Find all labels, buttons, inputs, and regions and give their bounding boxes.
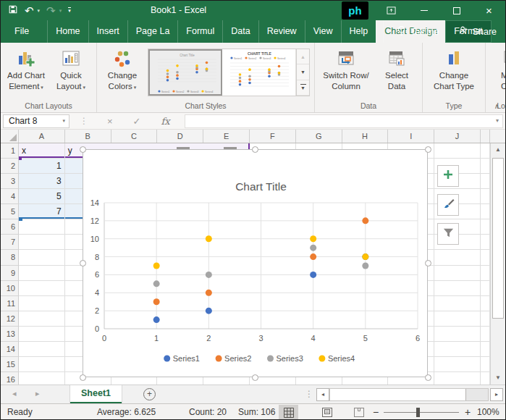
ribbon-tab-review[interactable]: Review — [258, 20, 305, 43]
chart-resize-handle[interactable] — [80, 146, 86, 153]
formula-input[interactable]: ▾ — [185, 114, 503, 128]
maximize-button[interactable] — [440, 1, 473, 20]
expand-formula-bar-icon[interactable]: ▾ — [496, 117, 499, 124]
chart-resize-handle[interactable] — [80, 260, 86, 266]
sheet-tab-sheet1[interactable]: Sheet1 — [69, 385, 122, 404]
cell-a1[interactable]: x — [19, 143, 65, 159]
change-colors-button[interactable]: Change Colors▾ — [100, 45, 145, 92]
data-point-series2[interactable] — [206, 290, 212, 296]
column-header-b[interactable]: B — [65, 130, 111, 143]
gallery-more-icon[interactable]: ▼ — [297, 80, 309, 96]
chart-style-1-thumbnail[interactable]: Chart TitleSeries1Series2Series3Series4 — [148, 49, 222, 96]
zoom-slider-handle[interactable] — [416, 408, 420, 417]
data-point-series1[interactable] — [310, 272, 316, 278]
sheet-nav-right-icon[interactable]: ▸ — [35, 389, 40, 398]
row-header-11[interactable]: 11 — [1, 296, 19, 311]
legend-label-series1[interactable]: Series1 — [173, 354, 200, 363]
chart-styles-button[interactable] — [437, 194, 459, 216]
hscroll-left-icon[interactable]: ◂ — [316, 388, 329, 401]
ribbon-tab-help[interactable]: Help — [341, 20, 376, 43]
cell-j13[interactable] — [434, 327, 481, 342]
column-header-g[interactable]: G — [296, 130, 342, 143]
undo-button[interactable]: ↶ — [25, 5, 34, 16]
column-header-partial[interactable] — [481, 130, 490, 143]
legend-marker-series3[interactable] — [267, 356, 274, 362]
row-header-2[interactable]: 2 — [1, 159, 19, 174]
move-chart-button[interactable]: Move Chart — [489, 45, 506, 92]
chart-resize-handle[interactable] — [80, 374, 86, 381]
data-point-series2[interactable] — [362, 217, 368, 224]
cell-j9[interactable] — [434, 266, 481, 281]
data-point-series4[interactable] — [153, 263, 160, 269]
cell-j1[interactable] — [434, 143, 481, 159]
zoom-in-button[interactable]: + — [465, 404, 471, 420]
cell-a2[interactable]: 1 — [19, 159, 65, 174]
cell-j12[interactable] — [434, 311, 481, 327]
data-point-series4[interactable] — [206, 235, 212, 242]
row-header-15[interactable]: 15 — [1, 357, 19, 372]
row-header-16[interactable]: 16 — [1, 372, 19, 385]
save-icon[interactable] — [8, 4, 18, 17]
chart-resize-handle[interactable] — [425, 260, 431, 266]
cell-j14[interactable] — [434, 342, 481, 357]
tell-me-button[interactable]: Tell me — [383, 20, 439, 43]
legend-label-series2[interactable]: Series2 — [224, 354, 251, 363]
chart-resize-handle[interactable] — [252, 146, 258, 153]
page-layout-view-button[interactable] — [317, 405, 337, 420]
cell-a10[interactable] — [19, 281, 65, 296]
data-point-series4[interactable] — [362, 253, 368, 260]
cell-a6[interactable] — [19, 219, 65, 235]
data-point-series3[interactable] — [153, 280, 160, 287]
column-header-f[interactable]: F — [250, 130, 296, 143]
switch-row-column-button[interactable]: Switch Row/ Column — [318, 45, 374, 92]
name-box[interactable]: Chart 8 ▾ — [3, 114, 69, 128]
row-header-9[interactable]: 9 — [1, 266, 19, 281]
embedded-chart[interactable]: 012345602468101214Chart TitleSeries1Seri… — [83, 149, 428, 377]
legend-label-series3[interactable]: Series3 — [277, 354, 303, 363]
cell-j8[interactable] — [434, 250, 481, 265]
zoom-level[interactable]: 100% — [477, 404, 499, 420]
cell-a13[interactable] — [19, 327, 65, 342]
cell-a5[interactable]: 7 — [19, 204, 65, 219]
vertical-scrollbar-thumb[interactable] — [492, 158, 504, 319]
column-header-d[interactable]: D — [157, 130, 203, 143]
row-header-13[interactable]: 13 — [1, 327, 19, 342]
ribbon-display-options-icon[interactable] — [375, 1, 408, 20]
cell-a15[interactable] — [19, 357, 65, 372]
legend-marker-series2[interactable] — [216, 356, 222, 362]
cell-j16[interactable] — [434, 372, 481, 385]
cell-j11[interactable] — [434, 296, 481, 311]
chart-resize-handle[interactable] — [425, 146, 431, 153]
ribbon-tab-page-la[interactable]: Page La — [127, 20, 178, 43]
insert-function-icon[interactable]: fx — [161, 117, 170, 126]
collapse-ribbon-icon[interactable]: ∧ — [494, 102, 499, 110]
row-header-12[interactable]: 12 — [1, 311, 19, 327]
row-header-10[interactable]: 10 — [1, 281, 19, 296]
scroll-down-icon[interactable]: ▼ — [491, 371, 505, 385]
cell-a9[interactable] — [19, 266, 65, 281]
ribbon-tab-view[interactable]: View — [305, 20, 341, 43]
row-header-1[interactable]: 1 — [1, 143, 19, 159]
row-header-4[interactable]: 4 — [1, 189, 19, 204]
chart-filters-button[interactable] — [437, 223, 459, 245]
data-point-series1[interactable] — [206, 308, 212, 314]
chart-elements-button[interactable] — [437, 165, 459, 187]
cell-a4[interactable]: 5 — [19, 189, 65, 204]
data-point-series3[interactable] — [206, 272, 212, 278]
horizontal-scrollbar[interactable] — [329, 388, 489, 401]
cell-j10[interactable] — [434, 281, 481, 296]
scroll-up-icon[interactable]: ▲ — [491, 143, 505, 156]
new-sheet-button[interactable]: + — [143, 388, 156, 400]
ribbon-tab-file[interactable]: File — [7, 20, 37, 43]
quick-layout-button[interactable]: Quick Layout▾ — [49, 45, 93, 92]
horizontal-scrollbar-thumb[interactable] — [330, 389, 466, 400]
column-header-e[interactable]: E — [203, 130, 250, 143]
column-header-a[interactable]: A — [19, 130, 65, 143]
data-point-series3[interactable] — [362, 263, 368, 269]
column-header-c[interactable]: C — [111, 130, 158, 143]
chart-resize-handle[interactable] — [252, 374, 258, 381]
data-point-series3[interactable] — [310, 245, 316, 251]
select-all-button[interactable] — [1, 130, 19, 143]
ribbon-tab-formul[interactable]: Formul — [177, 20, 222, 43]
ribbon-tab-home[interactable]: Home — [47, 20, 88, 43]
